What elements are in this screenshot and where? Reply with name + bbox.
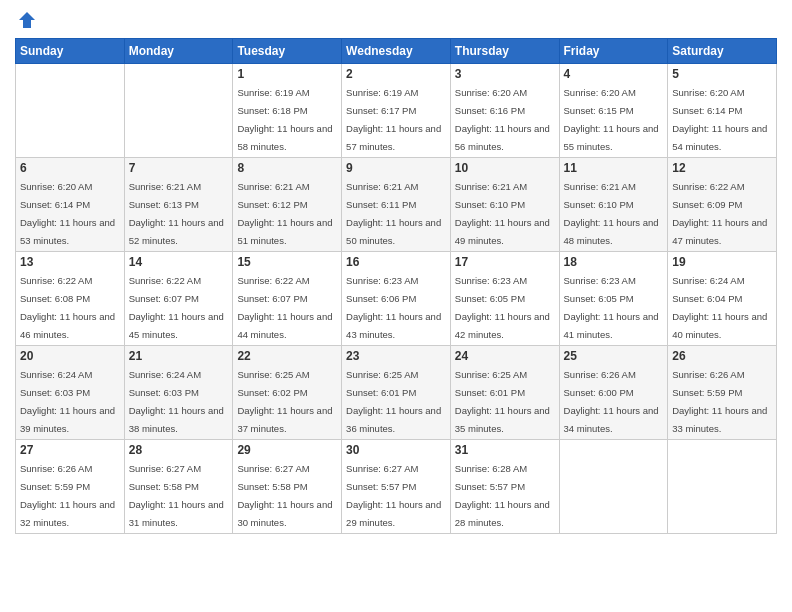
day-number: 22 [237,349,337,363]
day-info: Sunrise: 6:20 AM Sunset: 6:14 PM Dayligh… [20,181,115,246]
day-of-week-header: Saturday [668,39,777,64]
calendar-cell: 6Sunrise: 6:20 AM Sunset: 6:14 PM Daylig… [16,158,125,252]
calendar-cell [559,440,668,534]
calendar-cell [668,440,777,534]
calendar-cell: 12Sunrise: 6:22 AM Sunset: 6:09 PM Dayli… [668,158,777,252]
day-number: 10 [455,161,555,175]
day-number: 15 [237,255,337,269]
day-info: Sunrise: 6:22 AM Sunset: 6:08 PM Dayligh… [20,275,115,340]
calendar-cell: 4Sunrise: 6:20 AM Sunset: 6:15 PM Daylig… [559,64,668,158]
day-info: Sunrise: 6:23 AM Sunset: 6:06 PM Dayligh… [346,275,441,340]
day-number: 27 [20,443,120,457]
calendar-cell: 27Sunrise: 6:26 AM Sunset: 5:59 PM Dayli… [16,440,125,534]
day-info: Sunrise: 6:20 AM Sunset: 6:15 PM Dayligh… [564,87,659,152]
calendar-week-row: 1Sunrise: 6:19 AM Sunset: 6:18 PM Daylig… [16,64,777,158]
day-of-week-header: Friday [559,39,668,64]
day-number: 17 [455,255,555,269]
calendar-week-row: 20Sunrise: 6:24 AM Sunset: 6:03 PM Dayli… [16,346,777,440]
calendar-week-row: 27Sunrise: 6:26 AM Sunset: 5:59 PM Dayli… [16,440,777,534]
day-number: 26 [672,349,772,363]
day-number: 7 [129,161,229,175]
day-info: Sunrise: 6:27 AM Sunset: 5:58 PM Dayligh… [237,463,332,528]
day-info: Sunrise: 6:23 AM Sunset: 6:05 PM Dayligh… [564,275,659,340]
day-info: Sunrise: 6:21 AM Sunset: 6:10 PM Dayligh… [564,181,659,246]
day-info: Sunrise: 6:20 AM Sunset: 6:14 PM Dayligh… [672,87,767,152]
calendar-cell: 2Sunrise: 6:19 AM Sunset: 6:17 PM Daylig… [342,64,451,158]
day-of-week-header: Thursday [450,39,559,64]
day-number: 23 [346,349,446,363]
day-info: Sunrise: 6:22 AM Sunset: 6:07 PM Dayligh… [237,275,332,340]
calendar-cell [16,64,125,158]
day-info: Sunrise: 6:21 AM Sunset: 6:13 PM Dayligh… [129,181,224,246]
calendar-cell: 26Sunrise: 6:26 AM Sunset: 5:59 PM Dayli… [668,346,777,440]
header [15,10,777,30]
calendar-cell: 15Sunrise: 6:22 AM Sunset: 6:07 PM Dayli… [233,252,342,346]
day-info: Sunrise: 6:24 AM Sunset: 6:03 PM Dayligh… [129,369,224,434]
calendar: SundayMondayTuesdayWednesdayThursdayFrid… [15,38,777,534]
calendar-cell: 25Sunrise: 6:26 AM Sunset: 6:00 PM Dayli… [559,346,668,440]
calendar-cell: 19Sunrise: 6:24 AM Sunset: 6:04 PM Dayli… [668,252,777,346]
logo [15,10,37,30]
day-of-week-header: Tuesday [233,39,342,64]
day-number: 19 [672,255,772,269]
day-of-week-header: Monday [124,39,233,64]
day-info: Sunrise: 6:19 AM Sunset: 6:17 PM Dayligh… [346,87,441,152]
day-number: 14 [129,255,229,269]
day-info: Sunrise: 6:23 AM Sunset: 6:05 PM Dayligh… [455,275,550,340]
day-of-week-header: Sunday [16,39,125,64]
svg-marker-0 [19,12,35,28]
calendar-header-row: SundayMondayTuesdayWednesdayThursdayFrid… [16,39,777,64]
day-number: 21 [129,349,229,363]
day-info: Sunrise: 6:28 AM Sunset: 5:57 PM Dayligh… [455,463,550,528]
day-number: 30 [346,443,446,457]
day-number: 13 [20,255,120,269]
day-number: 4 [564,67,664,81]
day-info: Sunrise: 6:26 AM Sunset: 5:59 PM Dayligh… [20,463,115,528]
calendar-cell: 23Sunrise: 6:25 AM Sunset: 6:01 PM Dayli… [342,346,451,440]
day-info: Sunrise: 6:22 AM Sunset: 6:09 PM Dayligh… [672,181,767,246]
calendar-cell: 1Sunrise: 6:19 AM Sunset: 6:18 PM Daylig… [233,64,342,158]
day-number: 9 [346,161,446,175]
day-number: 12 [672,161,772,175]
calendar-week-row: 6Sunrise: 6:20 AM Sunset: 6:14 PM Daylig… [16,158,777,252]
calendar-cell: 14Sunrise: 6:22 AM Sunset: 6:07 PM Dayli… [124,252,233,346]
calendar-cell: 20Sunrise: 6:24 AM Sunset: 6:03 PM Dayli… [16,346,125,440]
page: SundayMondayTuesdayWednesdayThursdayFrid… [0,0,792,612]
day-number: 28 [129,443,229,457]
day-number: 29 [237,443,337,457]
logo-icon [17,10,37,30]
calendar-cell: 24Sunrise: 6:25 AM Sunset: 6:01 PM Dayli… [450,346,559,440]
day-info: Sunrise: 6:27 AM Sunset: 5:57 PM Dayligh… [346,463,441,528]
day-number: 20 [20,349,120,363]
calendar-cell: 13Sunrise: 6:22 AM Sunset: 6:08 PM Dayli… [16,252,125,346]
calendar-cell [124,64,233,158]
day-number: 5 [672,67,772,81]
day-number: 11 [564,161,664,175]
day-number: 3 [455,67,555,81]
day-info: Sunrise: 6:19 AM Sunset: 6:18 PM Dayligh… [237,87,332,152]
calendar-cell: 10Sunrise: 6:21 AM Sunset: 6:10 PM Dayli… [450,158,559,252]
calendar-cell: 3Sunrise: 6:20 AM Sunset: 6:16 PM Daylig… [450,64,559,158]
calendar-cell: 7Sunrise: 6:21 AM Sunset: 6:13 PM Daylig… [124,158,233,252]
day-info: Sunrise: 6:21 AM Sunset: 6:11 PM Dayligh… [346,181,441,246]
day-number: 25 [564,349,664,363]
day-info: Sunrise: 6:24 AM Sunset: 6:04 PM Dayligh… [672,275,767,340]
calendar-cell: 17Sunrise: 6:23 AM Sunset: 6:05 PM Dayli… [450,252,559,346]
day-info: Sunrise: 6:25 AM Sunset: 6:01 PM Dayligh… [455,369,550,434]
day-number: 31 [455,443,555,457]
day-number: 8 [237,161,337,175]
day-of-week-header: Wednesday [342,39,451,64]
calendar-week-row: 13Sunrise: 6:22 AM Sunset: 6:08 PM Dayli… [16,252,777,346]
calendar-cell: 30Sunrise: 6:27 AM Sunset: 5:57 PM Dayli… [342,440,451,534]
day-number: 1 [237,67,337,81]
day-info: Sunrise: 6:27 AM Sunset: 5:58 PM Dayligh… [129,463,224,528]
calendar-cell: 21Sunrise: 6:24 AM Sunset: 6:03 PM Dayli… [124,346,233,440]
day-info: Sunrise: 6:25 AM Sunset: 6:02 PM Dayligh… [237,369,332,434]
day-info: Sunrise: 6:20 AM Sunset: 6:16 PM Dayligh… [455,87,550,152]
day-number: 2 [346,67,446,81]
calendar-cell: 28Sunrise: 6:27 AM Sunset: 5:58 PM Dayli… [124,440,233,534]
day-info: Sunrise: 6:24 AM Sunset: 6:03 PM Dayligh… [20,369,115,434]
calendar-cell: 8Sunrise: 6:21 AM Sunset: 6:12 PM Daylig… [233,158,342,252]
calendar-cell: 16Sunrise: 6:23 AM Sunset: 6:06 PM Dayli… [342,252,451,346]
calendar-cell: 29Sunrise: 6:27 AM Sunset: 5:58 PM Dayli… [233,440,342,534]
